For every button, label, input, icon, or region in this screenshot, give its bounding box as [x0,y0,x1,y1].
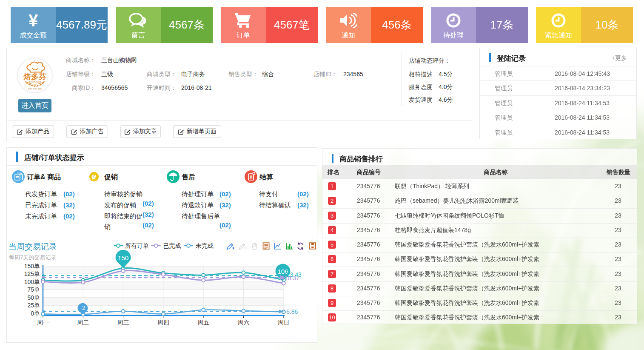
svg-text:6.86: 6.86 [286,308,298,315]
svg-text:所有订单: 所有订单 [125,242,149,249]
svg-text:蛋糕·烘焙·面包: 蛋糕·烘焙·面包 [27,87,42,90]
svg-text:每周7天的交易记录: 每周7天的交易记录 [9,254,56,261]
svg-text:周日: 周日 [278,319,290,326]
svg-text:125单: 125单 [24,270,40,277]
svg-text:焙多芬: 焙多芬 [23,72,46,81]
svg-text:周四: 周四 [157,319,169,326]
svg-text:周一: 周一 [37,319,49,326]
svg-text:¥: ¥ [250,175,252,180]
svg-text:未完成: 未完成 [196,242,214,249]
svg-text:Beethoven: Beethoven [29,80,41,83]
svg-text:周三: 周三 [117,319,129,326]
svg-text:已完成: 已完成 [163,242,181,249]
svg-text:0单: 0单 [31,310,40,317]
svg-text:当周交易记录: 当周交易记录 [9,242,57,251]
svg-text:75单: 75单 [27,286,40,293]
svg-text:-2: -2 [80,304,85,311]
svg-text:周五: 周五 [197,319,209,326]
svg-text:促: 促 [91,174,97,180]
svg-text:25单: 25单 [27,302,40,309]
svg-text:周二: 周二 [77,319,89,326]
svg-text:150单: 150单 [24,263,40,270]
svg-text:150: 150 [118,254,128,261]
svg-text:周六: 周六 [238,319,250,326]
svg-text:50单: 50单 [27,294,40,301]
svg-text:118.37: 118.37 [282,275,299,281]
svg-text:100单: 100单 [24,278,40,285]
